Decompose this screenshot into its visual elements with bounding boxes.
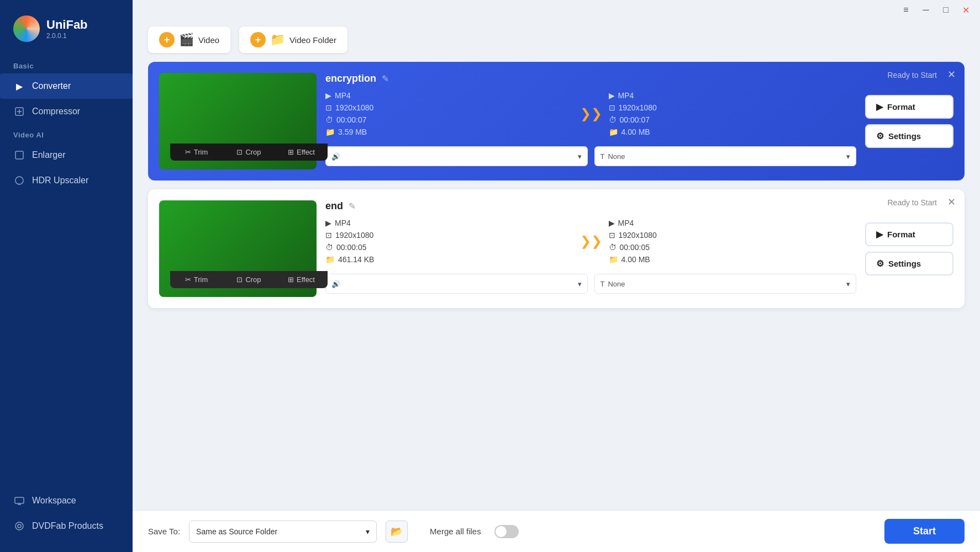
card-2-output-block: ▶ MP4 ⊡ 1920x1080 ⏱ 00:00:05 xyxy=(609,219,857,264)
hdr-icon xyxy=(13,174,25,187)
dvdfab-icon xyxy=(13,520,25,532)
card-1-title-row: encryption ✎ xyxy=(325,73,856,84)
card-1-trim-button[interactable]: ✂ Trim xyxy=(170,144,223,161)
card-1-arrow: ❯❯ xyxy=(573,91,609,136)
card-1-info: encryption ✎ ▶ MP4 ⊡ 1920x1080 xyxy=(325,73,856,169)
converter-icon: ▶ xyxy=(13,80,25,92)
card-1-source-size: 📁 3.59 MB xyxy=(325,128,573,136)
add-video-button[interactable]: + 🎬 Video xyxy=(148,26,230,53)
card-2-crop-button[interactable]: ⊡ Crop xyxy=(223,271,275,288)
card-1-source-resolution: ⊡ 1920x1080 xyxy=(325,103,573,112)
toggle-knob xyxy=(496,526,507,537)
card-2-selects: 🔊 ▾ T None ▾ xyxy=(325,270,856,297)
card-2-close-button[interactable]: ✕ xyxy=(947,196,956,208)
card-1-crop-button[interactable]: ⊡ Crop xyxy=(223,144,275,161)
card-2-out-resolution: ⊡ 1920x1080 xyxy=(609,231,857,240)
sidebar-item-enlarger[interactable]: Enlarger xyxy=(0,142,133,168)
sidebar-item-workspace[interactable]: Workspace xyxy=(0,488,133,513)
card-1-source-block: ▶ MP4 ⊡ 1920x1080 ⏱ 00:00:07 xyxy=(325,91,573,136)
card-1-out-size: 📁 4.00 MB xyxy=(609,128,857,136)
card-2-subtitle-text: T None xyxy=(600,280,625,288)
svg-point-2 xyxy=(15,177,23,184)
folder-open-icon: 📂 xyxy=(391,526,403,538)
card-2-edit-buttons: ✂ Trim ⊡ Crop ⊞ Effect xyxy=(170,271,328,288)
trim-icon-2: ✂ xyxy=(185,275,191,284)
folder-open-button[interactable]: 📂 xyxy=(386,521,408,543)
enlarger-icon xyxy=(13,149,25,161)
bottom-bar: Save To: Same as Source Folder ▾ 📂 Merge… xyxy=(133,510,980,552)
add-folder-button[interactable]: + 📁 Video Folder xyxy=(239,26,347,53)
card-2-format-button[interactable]: ▶ Format xyxy=(865,222,953,246)
card-1-edit-icon[interactable]: ✎ xyxy=(382,73,389,84)
trim-icon-1: ✂ xyxy=(185,148,191,156)
dur-icon-2: ⏱ xyxy=(325,243,333,252)
card-1-out-format: ▶ MP4 xyxy=(609,91,857,100)
subtitle-chevron-1: ▾ xyxy=(846,152,850,161)
video-folder-icon: 🎬 xyxy=(179,33,194,47)
card-2-subtitle-select[interactable]: T None ▾ xyxy=(594,274,857,294)
close-button[interactable]: ✕ xyxy=(958,2,973,18)
card-2-actions: ▶ Format ⚙ Settings xyxy=(865,200,953,297)
card-1-out-duration: ⏱ 00:00:07 xyxy=(609,115,857,124)
card-2-settings-button[interactable]: ⚙ Settings xyxy=(865,252,953,275)
add-video-icon: + xyxy=(159,32,175,47)
out-play-icon-2: ▶ xyxy=(609,219,615,227)
card-2-out-format: ▶ MP4 xyxy=(609,219,857,227)
minimize-button[interactable]: ─ xyxy=(918,2,934,18)
logo-icon xyxy=(13,15,40,42)
card-2-info: end ✎ ▶ MP4 ⊡ 1920x1080 xyxy=(325,200,856,297)
sidebar-item-compressor[interactable]: Compressor xyxy=(0,99,133,124)
add-video-label: Video xyxy=(198,35,219,45)
card-1-format-button[interactable]: ▶ Format xyxy=(865,95,953,119)
card-2-audio-text: 🔊 xyxy=(331,280,344,288)
sidebar-item-label-hdr: HDR Upscaler xyxy=(32,176,88,185)
card-1-effect-button[interactable]: ⊞ Effect xyxy=(275,144,328,161)
svg-point-5 xyxy=(18,524,21,528)
menu-button[interactable]: ≡ xyxy=(898,2,914,18)
video-card-1: Ready to Start ✕ ✂ Trim ⊡ C xyxy=(148,62,965,181)
card-1-settings-button[interactable]: ⚙ Settings xyxy=(865,124,953,148)
section-label-videoai: Video AI xyxy=(0,124,133,142)
play-icon-2: ▶ xyxy=(325,219,331,227)
svg-point-4 xyxy=(15,522,23,530)
save-path-selector[interactable]: Same as Source Folder ▾ xyxy=(189,521,377,543)
card-1-audio-select[interactable]: 🔊 ▾ xyxy=(325,146,588,166)
maximize-button[interactable]: □ xyxy=(938,2,953,18)
play-icon-1: ▶ xyxy=(325,91,331,100)
card-2-arrow: ❯❯ xyxy=(573,219,609,264)
card-1-subtitle-select[interactable]: T None ▾ xyxy=(594,146,857,166)
sidebar-item-hdr[interactable]: HDR Upscaler xyxy=(0,168,133,193)
card-1-top: ✂ Trim ⊡ Crop ⊞ Effect xyxy=(148,62,965,169)
app-logo: UniFab 2.0.0.1 xyxy=(0,0,133,55)
out-res-icon-2: ⊡ xyxy=(609,231,615,240)
card-1-source-format: ▶ MP4 xyxy=(325,91,573,100)
settings-icon-2: ⚙ xyxy=(876,258,884,269)
sidebar-item-dvdfab[interactable]: DVDFab Products xyxy=(0,513,133,539)
card-1-close-button[interactable]: ✕ xyxy=(947,68,956,81)
card-2-effect-button[interactable]: ⊞ Effect xyxy=(275,271,328,288)
card-1-out-resolution: ⊡ 1920x1080 xyxy=(609,103,857,112)
start-button[interactable]: Start xyxy=(884,519,965,544)
card-1-edit-buttons: ✂ Trim ⊡ Crop ⊞ Effect xyxy=(170,144,328,161)
top-toolbar: + 🎬 Video + 📁 Video Folder xyxy=(133,20,980,62)
out-res-icon-1: ⊡ xyxy=(609,103,615,112)
card-1-status: Ready to Start xyxy=(888,71,937,79)
sidebar-item-converter[interactable]: ▶ Converter xyxy=(0,73,133,99)
crop-icon-2: ⊡ xyxy=(236,275,243,284)
card-2-trim-button[interactable]: ✂ Trim xyxy=(170,271,223,288)
add-folder-icon: + xyxy=(250,32,266,47)
size-icon-2: 📁 xyxy=(325,255,335,264)
card-2-out-size: 📁 4.00 MB xyxy=(609,255,857,264)
sidebar: UniFab 2.0.0.1 Basic ▶ Converter Compres… xyxy=(0,0,133,552)
subtitle-icon-2: T xyxy=(600,280,605,288)
card-1-actions: ▶ Format ⚙ Settings xyxy=(865,73,953,169)
card-2-edit-icon[interactable]: ✎ xyxy=(349,201,356,211)
size-icon-1: 📁 xyxy=(325,128,335,136)
card-2-audio-select[interactable]: 🔊 ▾ xyxy=(325,274,588,294)
video-card-2: Ready to Start ✕ ✂ Trim ⊡ C xyxy=(148,189,965,308)
merge-toggle[interactable] xyxy=(494,525,519,538)
res-icon-2: ⊡ xyxy=(325,231,332,240)
section-label-basic: Basic xyxy=(0,55,133,73)
app-version: 2.0.0.1 xyxy=(46,32,88,40)
card-2-out-duration: ⏱ 00:00:05 xyxy=(609,243,857,252)
